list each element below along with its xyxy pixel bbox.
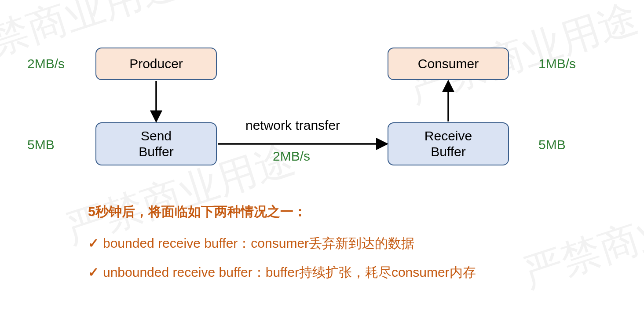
watermark-text: 严禁商业用途 [516,176,644,301]
network-transfer-label: network transfer [245,118,340,133]
receive-buffer-line1: Receive [424,128,472,144]
check-icon: ✓ [88,263,103,282]
send-buffer-line2: Buffer [139,144,174,160]
consumer-box: Consumer [388,48,509,80]
check-icon: ✓ [88,234,103,253]
notes-item-1: ✓ bounded receive buffer：consumer丢弃新到达的数… [88,234,476,253]
notes-item-2-text: unbounded receive buffer：buffer持续扩张，耗尽co… [103,263,476,282]
send-buffer-line1: Send [141,128,172,144]
network-rate-label: 2MB/s [273,149,310,164]
producer-rate-label: 2MB/s [27,56,65,71]
notes-block: 5秒钟后，将面临如下两种情况之一： ✓ bounded receive buff… [88,202,476,292]
producer-box: Producer [95,48,217,80]
receive-buffer-box: Receive Buffer [388,122,509,165]
notes-heading: 5秒钟后，将面临如下两种情况之一： [88,202,476,221]
notes-item-1-text: bounded receive buffer：consumer丢弃新到达的数据 [103,234,414,253]
producer-box-label: Producer [129,56,183,72]
send-buffer-size-label: 5MB [27,137,55,152]
consumer-rate-label: 1MB/s [538,56,576,71]
recv-buffer-size-label: 5MB [538,137,566,152]
receive-buffer-line2: Buffer [431,144,466,160]
consumer-box-label: Consumer [418,56,479,72]
send-buffer-box: Send Buffer [95,122,217,165]
notes-item-2: ✓ unbounded receive buffer：buffer持续扩张，耗尽… [88,263,476,282]
